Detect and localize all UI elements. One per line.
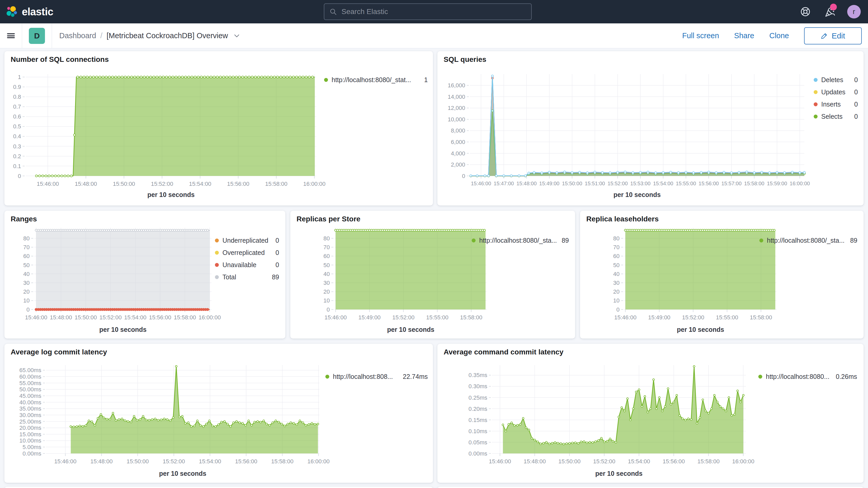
- svg-text:0.00ms: 0.00ms: [469, 450, 487, 457]
- legend-item[interactable]: Selects 0: [814, 113, 858, 120]
- svg-text:35.00ms: 35.00ms: [20, 405, 41, 412]
- legend-item[interactable]: Unavailable 0: [215, 261, 279, 269]
- chevron-down-icon[interactable]: [234, 34, 240, 38]
- panel-title[interactable]: Replicas per Store: [297, 215, 361, 223]
- legend-item[interactable]: Total 89: [215, 273, 279, 281]
- svg-text:30: 30: [23, 280, 30, 286]
- dashboard-app-icon[interactable]: D: [29, 28, 45, 44]
- svg-text:0.2: 0.2: [13, 153, 21, 159]
- panel-title[interactable]: Replica leaseholders: [586, 215, 659, 223]
- dashboard-toolbar: D Dashboard / [Metricbeat CockroachDB] O…: [0, 23, 868, 48]
- legend-item[interactable]: http://localhost:8080/_stat... 1: [324, 76, 428, 84]
- legend-item[interactable]: Underreplicated 0: [215, 237, 279, 244]
- legend-dot: [472, 239, 475, 242]
- legend-item[interactable]: http://localhost:8080/_sta... 89: [760, 237, 857, 244]
- panel-command-commit-latency: Average command commit latency 0.00ms0.0…: [437, 344, 864, 483]
- svg-text:15:50:00: 15:50:00: [562, 181, 582, 186]
- search-input[interactable]: [341, 7, 526, 16]
- panel-title[interactable]: Average command commit latency: [444, 348, 563, 356]
- dashboard-grid: Number of SQL connections 00.10.20.30.40…: [0, 49, 868, 488]
- svg-text:15:52:00: 15:52:00: [151, 181, 173, 187]
- partial-panel-next-row: [437, 487, 864, 488]
- svg-text:15:50:00: 15:50:00: [558, 458, 581, 465]
- svg-text:0: 0: [18, 173, 21, 179]
- legend-item[interactable]: http://localhost:808... 22.74ms: [326, 373, 428, 380]
- svg-text:15:46:00: 15:46:00: [54, 458, 77, 465]
- breadcrumb-dashboard[interactable]: Dashboard: [59, 31, 96, 40]
- legend-value: 0: [276, 261, 279, 269]
- chart-replica-leaseholders[interactable]: 0102030405060708015:46:0015:49:0015:52:0…: [610, 225, 779, 335]
- app-header: elastic: [0, 0, 868, 23]
- breadcrumb: Dashboard / [Metricbeat CockroachDB] Ove…: [59, 31, 240, 40]
- svg-text:15:56:00: 15:56:00: [663, 458, 685, 465]
- svg-text:30: 30: [323, 280, 330, 286]
- svg-text:0: 0: [462, 173, 465, 179]
- chart-command-commit-latency[interactable]: 0.00ms0.05ms0.10ms0.15ms0.20ms0.25ms0.30…: [444, 363, 748, 480]
- divider: [52, 23, 52, 48]
- svg-text:0.35ms: 0.35ms: [469, 372, 487, 378]
- legend-item[interactable]: http://localhost:8080/_sta... 89: [472, 237, 569, 244]
- legend-value: 22.74ms: [403, 373, 428, 380]
- svg-text:15:53:00: 15:53:00: [630, 181, 650, 186]
- chart-ranges[interactable]: 0102030405060708015:46:0015:48:0015:50:0…: [20, 225, 214, 335]
- legend-value: 89: [272, 273, 279, 281]
- legend-item[interactable]: http://localhost:8080... 0.26ms: [758, 373, 857, 380]
- legend-item[interactable]: Inserts 0: [814, 100, 858, 108]
- avatar[interactable]: r: [847, 5, 861, 19]
- svg-text:60: 60: [613, 253, 620, 259]
- legend-dot: [814, 90, 817, 94]
- svg-text:0: 0: [27, 306, 30, 313]
- panel-title[interactable]: Average log commit latency: [11, 348, 107, 356]
- svg-text:10: 10: [23, 297, 30, 304]
- chart-sql-connections[interactable]: 00.10.20.30.40.50.60.70.80.9115:46:0015:…: [10, 69, 319, 201]
- svg-text:15.00ms: 15.00ms: [20, 431, 41, 437]
- chart-log-commit-latency[interactable]: 0.00ms5.00ms10.00ms15.00ms20.00ms25.00ms…: [10, 363, 321, 480]
- share-button[interactable]: Share: [734, 31, 754, 40]
- panel-title[interactable]: Number of SQL connections: [11, 55, 109, 64]
- legend-label: Selects: [821, 113, 842, 120]
- legend-item[interactable]: Updates 0: [814, 88, 858, 96]
- svg-text:15:46:00: 15:46:00: [324, 314, 347, 321]
- svg-text:10: 10: [613, 297, 620, 304]
- global-search[interactable]: [324, 3, 532, 20]
- svg-text:0.6: 0.6: [13, 113, 21, 120]
- svg-text:15:48:00: 15:48:00: [90, 458, 113, 465]
- chart-sql-queries[interactable]: 02,0004,0006,0008,00010,00012,00014,0001…: [444, 69, 806, 201]
- chart-replicas-per-store[interactable]: 0102030405060708015:46:0015:49:0015:52:0…: [320, 225, 489, 335]
- svg-text:16:00:00: 16:00:00: [732, 458, 754, 465]
- legend-dot: [215, 275, 219, 279]
- elastic-logo-icon: [6, 6, 18, 18]
- svg-text:12,000: 12,000: [448, 105, 465, 111]
- panel-title[interactable]: SQL queries: [444, 55, 486, 64]
- legend-label: http://localhost:808...: [333, 373, 393, 380]
- clone-button[interactable]: Clone: [769, 31, 789, 40]
- svg-text:15:58:00: 15:58:00: [174, 314, 196, 321]
- panel-title[interactable]: Ranges: [11, 215, 37, 223]
- edit-button[interactable]: Edit: [804, 27, 862, 44]
- legend-dot: [215, 263, 219, 267]
- svg-text:50: 50: [23, 262, 30, 268]
- svg-text:20.00ms: 20.00ms: [20, 425, 41, 431]
- legend: Underreplicated 0 Overreplicated 0 Unava…: [215, 237, 279, 285]
- svg-text:40: 40: [613, 271, 620, 277]
- legend-label: http://localhost:8080/_stat...: [332, 76, 411, 84]
- legend-item[interactable]: Overreplicated 0: [215, 249, 279, 256]
- avatar-initial: r: [852, 7, 855, 16]
- svg-text:0.4: 0.4: [13, 133, 21, 140]
- logo-wordmark: elastic: [22, 6, 53, 18]
- svg-text:25.00ms: 25.00ms: [20, 418, 41, 425]
- svg-text:60.00ms: 60.00ms: [20, 373, 41, 380]
- news-icon[interactable]: [823, 6, 835, 18]
- full-screen-button[interactable]: Full screen: [682, 31, 719, 40]
- svg-text:8,000: 8,000: [451, 127, 465, 134]
- elastic-logo[interactable]: elastic: [0, 6, 53, 18]
- svg-text:0.05ms: 0.05ms: [469, 439, 487, 446]
- legend: http://localhost:8080/_sta... 89: [760, 237, 857, 249]
- panel-log-commit-latency: Average log commit latency 0.00ms5.00ms1…: [4, 344, 433, 483]
- svg-text:15:52:00: 15:52:00: [608, 181, 628, 186]
- help-icon[interactable]: [799, 6, 811, 18]
- menu-icon[interactable]: [0, 23, 22, 48]
- legend-item[interactable]: Deletes 0: [814, 76, 858, 84]
- svg-text:55.00ms: 55.00ms: [20, 380, 41, 387]
- legend-value: 0: [854, 76, 858, 84]
